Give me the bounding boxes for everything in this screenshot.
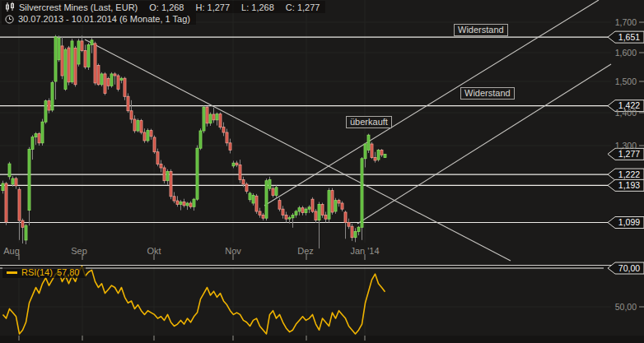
candle-down xyxy=(315,211,317,220)
candle-up xyxy=(193,199,195,206)
ohlc-low: L: 1,268 xyxy=(241,2,274,12)
instrument-title: Silvercrest Mines (Last, EUR) xyxy=(19,2,138,12)
candle-up xyxy=(87,44,90,67)
candle-down xyxy=(140,121,142,132)
price-axis-label-1-500: 1,500 xyxy=(615,77,637,86)
candle-down xyxy=(331,191,334,212)
candle-up xyxy=(268,179,271,188)
candle-down xyxy=(156,152,159,165)
candlestick-icon xyxy=(5,2,15,12)
candle-down xyxy=(38,134,40,143)
candle-down xyxy=(81,41,83,51)
candle-up xyxy=(186,203,189,206)
price-axis-label-1-400: 1,400 xyxy=(615,109,637,118)
candle-up xyxy=(357,227,360,231)
month-label-Jan14: Jan '14 xyxy=(350,246,379,256)
candle-down xyxy=(324,215,327,219)
candle-down xyxy=(48,101,50,110)
candle-down xyxy=(371,144,373,157)
chart-canvas[interactable]: 1,6511,4221,2221,1931,0991,27770,00 xyxy=(0,0,644,343)
candle-up xyxy=(298,208,301,211)
candle-up xyxy=(180,202,182,205)
candle-down xyxy=(242,179,245,184)
candle-up xyxy=(120,78,123,80)
month-label-Nov: Nov xyxy=(225,246,241,256)
candle-up xyxy=(2,183,4,191)
candle-down xyxy=(133,119,136,131)
candle-up xyxy=(367,135,370,150)
rsi-value: 57,80 xyxy=(57,267,80,277)
price-tag-1-193[interactable]: 1,193 xyxy=(608,179,644,191)
clock-icon xyxy=(5,15,14,24)
rsi-level-tag-70[interactable]: 70,00 xyxy=(608,262,644,274)
candle-up xyxy=(110,74,113,86)
candle-down xyxy=(189,203,192,206)
candle-up xyxy=(54,37,57,81)
candle-up xyxy=(166,172,169,181)
price-tag-text: 1,099 xyxy=(618,217,640,227)
candle-down xyxy=(176,201,179,204)
candle-down xyxy=(117,76,119,90)
candle-down xyxy=(321,204,324,215)
candle-up xyxy=(41,122,44,143)
candle-up xyxy=(384,154,386,157)
trend-line-descending-resistance[interactable] xyxy=(85,39,511,261)
candle-up xyxy=(377,150,380,160)
annotation-label-2[interactable]: überkauft xyxy=(346,116,392,128)
candle-up xyxy=(35,134,37,137)
price-tag-1-222[interactable]: 1,222 xyxy=(608,169,644,180)
candles-layer xyxy=(2,35,386,249)
rsi-legend[interactable]: RSI(14) 57,80 xyxy=(2,267,86,278)
candle-up xyxy=(203,107,205,131)
candle-down xyxy=(5,183,7,222)
candle-up xyxy=(249,193,251,200)
annotation-label-0[interactable]: Widerstand xyxy=(454,24,508,36)
candle-up xyxy=(354,231,357,237)
candle-up xyxy=(364,144,366,159)
candle-down xyxy=(160,165,162,169)
candle-down xyxy=(84,50,86,67)
month-label-Okt: Okt xyxy=(147,246,161,256)
candle-up xyxy=(305,209,307,212)
candle-down xyxy=(338,201,340,203)
candle-up xyxy=(31,137,34,150)
candle-up xyxy=(64,49,67,89)
candle-up xyxy=(100,74,103,85)
candle-down xyxy=(21,220,24,227)
candle-down xyxy=(104,74,106,94)
candle-up xyxy=(44,101,47,123)
price-tag-text: 70,00 xyxy=(618,263,640,273)
candle-down xyxy=(183,202,185,206)
candle-down xyxy=(351,226,353,238)
candle-up xyxy=(216,114,218,120)
instrument-header: Silvercrest Mines (Last, EUR) O: 1,268 H… xyxy=(2,1,325,13)
price-tag-1-651[interactable]: 1,651 xyxy=(608,31,644,43)
candle-down xyxy=(311,199,314,211)
candle-up xyxy=(58,38,60,59)
candle-down xyxy=(68,48,70,82)
candle-up xyxy=(288,218,291,219)
candle-down xyxy=(170,172,172,197)
candle-down xyxy=(262,215,264,218)
candle-up xyxy=(137,121,139,131)
candle-up xyxy=(28,150,30,211)
candle-down xyxy=(107,79,110,86)
candle-down xyxy=(285,215,287,219)
bottom-axis-strip xyxy=(0,336,644,343)
price-tag-1-099[interactable]: 1,099 xyxy=(608,217,644,229)
price-axis-label-1-700: 1,700 xyxy=(615,18,637,27)
candle-down xyxy=(150,131,152,137)
candle-down xyxy=(124,78,126,96)
price-tag-text: 1,222 xyxy=(618,169,640,179)
candle-down xyxy=(61,46,63,76)
price-axis-label-1-300: 1,300 xyxy=(615,141,637,151)
candle-up xyxy=(318,204,320,220)
annotation-label-1[interactable]: Widerstand xyxy=(460,87,515,100)
candle-down xyxy=(114,74,116,76)
candle-up xyxy=(71,41,73,82)
date-range-text: 30.07.2013 - 10.01.2014 (6 Monate, 1 Tag… xyxy=(18,14,190,24)
candle-down xyxy=(212,114,215,120)
candle-down xyxy=(163,168,166,181)
candle-down xyxy=(278,201,281,210)
candle-up xyxy=(334,201,337,211)
